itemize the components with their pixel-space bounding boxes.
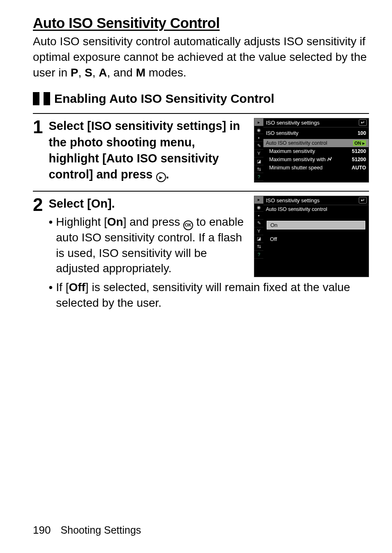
step-2-number: 2: [33, 196, 43, 312]
step-2: 2 Select [On]. • Highlight [On] and pres…: [33, 191, 369, 312]
mode-a: A: [99, 66, 107, 79]
mode-m: M: [136, 66, 145, 79]
camera-screenshot-1: ▸ ◉ ▪ ✎ Y ◪ ⇆ ? ISO sensitivity settings: [254, 118, 369, 183]
lcd-tab-retouch-icon: ◪: [254, 157, 263, 165]
s2ha: Select [: [48, 197, 91, 210]
lcd1-title: ISO sensitivity settings ↵: [263, 118, 369, 127]
step-2-heading: Select [On].: [48, 196, 247, 212]
lcd-tab-help-icon: ?: [254, 251, 263, 259]
lcd1-back-icon: ↵: [359, 119, 367, 126]
lcd-tab-wrench-icon: Y: [254, 227, 263, 235]
lcd-tab-wrench-icon: Y: [254, 150, 263, 157]
subsection-title: Enabling Auto ISO Sensitivity Control: [54, 92, 274, 106]
intro-c1: ,: [78, 66, 85, 79]
lcd1-row-auto: Auto ISO sensitivity control ON ▸: [263, 139, 369, 147]
b2b: Off: [69, 281, 85, 294]
lcd1-row-iso: ISO sensitivity 100: [263, 129, 369, 137]
bullet-dot-icon: •: [48, 214, 53, 276]
lcd2-subtitle: Auto ISO sensitivity control: [263, 205, 369, 213]
step-2-bullets-cont: • If [Off] is selected, sensitivity will…: [48, 280, 369, 311]
step-1: 1 Select [ISO sensitivity settings] in t…: [33, 113, 369, 183]
lcd1-iso-label: ISO sensitivity: [266, 130, 298, 136]
multi-selector-right-icon: ▸: [156, 172, 166, 182]
lcd-tab-retouch-icon: ◪: [254, 235, 263, 243]
lcd2-title: ISO sensitivity settings ↵: [263, 196, 369, 205]
section-title: Auto ISO Sensitivity Control: [33, 15, 369, 31]
chapter-name: Shooting Settings: [60, 524, 141, 536]
lcd-tab-playback-icon: ▸: [254, 118, 263, 126]
lcd-tab-mymenu-icon: ⇆: [254, 165, 263, 173]
page-footer: 190 Shooting Settings: [33, 524, 141, 537]
lcd1-min-val: AUTO: [352, 165, 366, 171]
lcd-tab-video-icon: ▪: [254, 212, 263, 220]
lcd2-option-on: On: [267, 221, 365, 229]
subsection-marker-icon: [33, 92, 39, 105]
lcd-tab-video-icon: ▪: [254, 134, 263, 142]
lcd-tab-camera-icon: ◉: [254, 204, 263, 212]
b2a: If [: [56, 281, 69, 294]
lcd1-row-maxf: Maximum sensitivity with 🗲 51200: [263, 155, 369, 164]
s1hb: ISO sensitivity settings: [91, 119, 222, 132]
page-number: 190: [33, 524, 51, 537]
lcd1-auto-label: Auto ISO sensitivity control: [266, 140, 327, 146]
lcd1-maxf-val: 51200: [352, 157, 366, 162]
lcd1-min-label: Minimum shutter speed: [269, 165, 323, 171]
b1c: ] and press: [123, 215, 183, 228]
lcd-tab-pencil-icon: ✎: [254, 142, 263, 150]
step-1-number: 1: [33, 118, 43, 183]
b1b: On: [107, 215, 123, 228]
lcd1-tabs: ▸ ◉ ▪ ✎ Y ◪ ⇆ ?: [254, 118, 263, 181]
intro-tail: modes.: [145, 66, 187, 79]
lcd2-sub-text: Auto ISO sensitivity control: [266, 206, 327, 212]
lcd2-title-text: ISO sensitivity settings: [266, 197, 320, 204]
lcd-tab-help-icon: ?: [254, 173, 263, 181]
lcd1-max-label: Maximum sensitivity: [269, 148, 315, 154]
lcd1-iso-val: 100: [357, 130, 366, 136]
mode-p: P: [71, 66, 78, 79]
s1hf: .: [166, 168, 169, 181]
intro-paragraph: Auto ISO sensitivity control automatical…: [33, 34, 369, 80]
lcd2-tabs: ▸ ◉ ▪ ✎ Y ◪ ⇆ ?: [254, 196, 263, 259]
lcd1-row-max: Maximum sensitivity 51200: [263, 147, 369, 155]
b1a: Highlight [: [56, 215, 107, 228]
bullet-2: • If [Off] is selected, sensitivity will…: [48, 280, 369, 311]
lcd2-option-off: Off: [267, 235, 365, 243]
lcd2-back-icon: ↵: [359, 197, 367, 204]
lcd1-title-text: ISO sensitivity settings: [266, 120, 320, 126]
step-2-bullets: • Highlight [On] and press OK to enable …: [48, 214, 247, 276]
lcd1-auto-val: ON ▸: [353, 140, 366, 146]
lcd-tab-playback-icon: ▸: [254, 196, 263, 204]
lcd-tab-pencil-icon: ✎: [254, 220, 263, 227]
lcd1-max-val: 51200: [352, 148, 366, 154]
lcd1-row-min: Minimum shutter speed AUTO: [263, 164, 369, 172]
ok-button-icon: OK: [183, 220, 193, 230]
b2c: ] is selected, sensitivity will remain f…: [56, 281, 350, 309]
s2hb: On: [91, 197, 108, 210]
intro-c2: ,: [92, 66, 99, 79]
step-1-heading: Select [ISO sensitivity settings] in the…: [48, 118, 247, 183]
bullet-1: • Highlight [On] and press OK to enable …: [48, 214, 247, 276]
bullet-dot-icon: •: [48, 280, 53, 311]
lcd-tab-camera-icon: ◉: [254, 126, 263, 134]
camera-screenshot-2: ▸ ◉ ▪ ✎ Y ◪ ⇆ ? ISO sensitivity settings: [254, 196, 369, 277]
lcd-tab-mymenu-icon: ⇆: [254, 243, 263, 251]
lcd1-maxf-label: Maximum sensitivity with 🗲: [269, 157, 332, 162]
s1he: ] and press: [89, 168, 156, 181]
subsection-row: Enabling Auto ISO Sensitivity Control: [33, 92, 369, 106]
s1ha: Select [: [48, 119, 91, 132]
intro-c3: , and: [107, 66, 136, 79]
subsection-marker-icon: [44, 92, 50, 105]
mode-s: S: [85, 66, 92, 79]
s2hc: ].: [108, 197, 115, 210]
